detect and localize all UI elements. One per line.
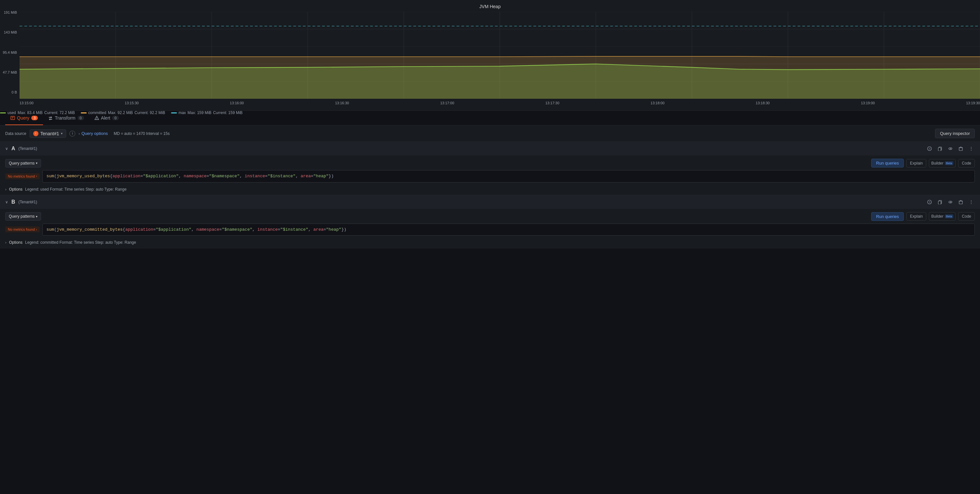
query-patterns-button-B[interactable]: Query patterns ▾ bbox=[5, 212, 41, 221]
query-code-box-A[interactable]: sum(jvm_memory_used_bytes{application="$… bbox=[42, 170, 975, 182]
query-more-icon-B[interactable]: ⋮ bbox=[967, 198, 975, 206]
datasource-label: Data source bbox=[5, 131, 26, 136]
query-block-A: ∨ A (Tenant#1) ? ⋮ Query patterns ▾ Ru bbox=[0, 142, 980, 195]
x-axis: 13:15:00 13:15:30 13:16:00 13:16:30 13:1… bbox=[19, 100, 980, 105]
chart-panel: JVM Heap 191 MiB 143 MiB 95.4 MiB 47.7 M… bbox=[0, 0, 980, 111]
datasource-name: Tenant#1 bbox=[40, 131, 59, 136]
explain-button-B[interactable]: Explain bbox=[906, 212, 926, 221]
tab-alert-label: Alert bbox=[101, 115, 110, 121]
svg-point-36 bbox=[950, 201, 951, 202]
query-tab-icon bbox=[10, 116, 15, 120]
beta-badge-B: Beta bbox=[945, 214, 954, 218]
no-metrics-badge-B[interactable]: No metrics found › bbox=[5, 226, 40, 232]
options-chevron-icon-A: › bbox=[5, 187, 6, 191]
query-body-B: Query patterns ▾ Run queries Explain Bui… bbox=[0, 209, 980, 248]
query-patterns-button-A[interactable]: Query patterns ▾ bbox=[5, 159, 41, 167]
legend-max: max Max: 159 MiB Current: 159 MiB bbox=[171, 110, 243, 115]
y-axis: 191 MiB 143 MiB 95.4 MiB 47.7 MiB 0 B bbox=[0, 10, 19, 94]
tab-query[interactable]: Query 3 bbox=[5, 111, 43, 125]
collapse-A-icon[interactable]: ∨ bbox=[5, 146, 8, 151]
y-label-0: 191 MiB bbox=[4, 10, 17, 14]
query-copy-icon-B[interactable] bbox=[936, 198, 943, 206]
query-header-B[interactable]: ∨ B (Tenant#1) ? ⋮ bbox=[0, 195, 980, 209]
code-button-A[interactable]: Code bbox=[958, 159, 975, 167]
collapse-B-icon[interactable]: ∨ bbox=[5, 200, 8, 204]
datasource-bar: Data source ! Tenant#1 ▾ i › Query optio… bbox=[0, 126, 980, 142]
query-input-row-A: No metrics found › sum(jvm_memory_used_b… bbox=[5, 170, 975, 182]
tab-transform-badge: 0 bbox=[78, 116, 84, 120]
svg-rect-37 bbox=[959, 201, 963, 204]
query-options-meta: MD = auto = 1470 Interval = 15s bbox=[114, 131, 170, 136]
y-label-4: 0 B bbox=[11, 90, 17, 94]
options-label-A: Options bbox=[9, 187, 22, 191]
beta-badge-A: Beta bbox=[945, 161, 954, 165]
query-toolbar-A: Query patterns ▾ Run queries Explain Bui… bbox=[5, 159, 975, 167]
tab-transform-label: Transform bbox=[55, 115, 75, 121]
query-code-box-B[interactable]: sum(jvm_memory_committed_bytes{applicati… bbox=[42, 223, 975, 236]
query-patterns-chevron-icon-B: ▾ bbox=[36, 215, 37, 218]
y-label-2: 95.4 MiB bbox=[3, 51, 17, 54]
query-block-B: ∨ B (Tenant#1) ? ⋮ Query patterns ▾ Ru bbox=[0, 195, 980, 249]
query-view-icon-A[interactable] bbox=[947, 145, 954, 152]
datasource-chevron-icon: ▾ bbox=[61, 132, 62, 135]
query-more-icon-A[interactable]: ⋮ bbox=[967, 145, 975, 152]
tab-alert-badge: 0 bbox=[112, 116, 119, 120]
datasource-icon: ! bbox=[33, 131, 38, 136]
svg-point-27 bbox=[950, 148, 951, 149]
query-header-A[interactable]: ∨ A (Tenant#1) ? ⋮ bbox=[0, 142, 980, 155]
run-queries-button-A[interactable]: Run queries bbox=[871, 159, 904, 167]
query-toolbar-B: Query patterns ▾ Run queries Explain Bui… bbox=[5, 212, 975, 221]
query-inspector-button[interactable]: Query inspector bbox=[935, 129, 975, 138]
query-patterns-label-A: Query patterns bbox=[9, 161, 35, 166]
builder-button-A[interactable]: Builder Beta bbox=[929, 159, 956, 167]
svg-rect-34 bbox=[938, 201, 941, 204]
tab-query-badge: 3 bbox=[31, 116, 38, 120]
y-label-3: 47.7 MiB bbox=[3, 70, 17, 74]
query-options-chevron-icon: › bbox=[78, 132, 80, 135]
legend-dot-max bbox=[171, 112, 177, 113]
chart-plot: 13:15:00 13:15:30 13:16:00 13:16:30 13:1… bbox=[19, 12, 980, 108]
query-copy-icon-A[interactable] bbox=[936, 145, 943, 152]
svg-rect-25 bbox=[938, 148, 941, 151]
query-letter-B: B bbox=[11, 199, 15, 205]
tab-transform[interactable]: Transform 0 bbox=[43, 111, 89, 125]
svg-text:?: ? bbox=[929, 201, 930, 204]
tab-query-label: Query bbox=[17, 115, 29, 121]
y-label-1: 143 MiB bbox=[4, 30, 17, 34]
query-header-actions-B: ? ⋮ bbox=[926, 198, 975, 206]
datasource-info-icon[interactable]: i bbox=[69, 131, 75, 137]
query-help-icon-B[interactable]: ? bbox=[926, 198, 933, 206]
run-queries-button-B[interactable]: Run queries bbox=[871, 212, 904, 221]
query-letter-A: A bbox=[11, 146, 15, 151]
query-view-icon-B[interactable] bbox=[947, 198, 954, 206]
svg-text:?: ? bbox=[929, 147, 930, 151]
query-header-actions-A: ? ⋮ bbox=[926, 145, 975, 152]
options-row-B[interactable]: › Options Legend: committed Format: Time… bbox=[5, 237, 975, 248]
query-patterns-label-B: Query patterns bbox=[9, 214, 35, 219]
query-delete-icon-A[interactable] bbox=[957, 145, 964, 152]
query-patterns-chevron-icon-A: ▾ bbox=[36, 161, 37, 165]
query-input-row-B: No metrics found › sum(jvm_memory_commit… bbox=[5, 223, 975, 236]
chart-title: JVM Heap bbox=[0, 4, 980, 12]
query-tenant-A: (Tenant#1) bbox=[19, 146, 37, 151]
query-help-icon-A[interactable]: ? bbox=[926, 145, 933, 152]
transform-tab-icon bbox=[48, 116, 53, 120]
options-meta-B: Legend: committed Format: Time series St… bbox=[25, 240, 136, 245]
query-delete-icon-B[interactable] bbox=[957, 198, 964, 206]
explain-button-A[interactable]: Explain bbox=[906, 159, 926, 167]
query-options-label: Query options bbox=[81, 131, 108, 136]
tab-alert[interactable]: Alert 0 bbox=[89, 111, 124, 125]
chart-svg bbox=[19, 12, 980, 99]
query-options-button[interactable]: › Query options bbox=[78, 131, 108, 136]
query-body-A: Query patterns ▾ Run queries Explain Bui… bbox=[0, 155, 980, 195]
options-label-B: Options bbox=[9, 240, 22, 245]
chart-legend: used Max: 83.4 MiB Current: 72.2 MiB com… bbox=[0, 108, 980, 115]
svg-rect-28 bbox=[959, 148, 963, 151]
code-button-B[interactable]: Code bbox=[958, 212, 975, 221]
alert-tab-icon bbox=[94, 116, 99, 120]
no-metrics-badge-A[interactable]: No metrics found › bbox=[5, 173, 40, 179]
options-row-A[interactable]: › Options Legend: used Format: Time seri… bbox=[5, 185, 975, 195]
options-chevron-icon-B: › bbox=[5, 241, 6, 244]
datasource-select[interactable]: ! Tenant#1 ▾ bbox=[30, 129, 67, 138]
builder-button-B[interactable]: Builder Beta bbox=[929, 212, 956, 221]
